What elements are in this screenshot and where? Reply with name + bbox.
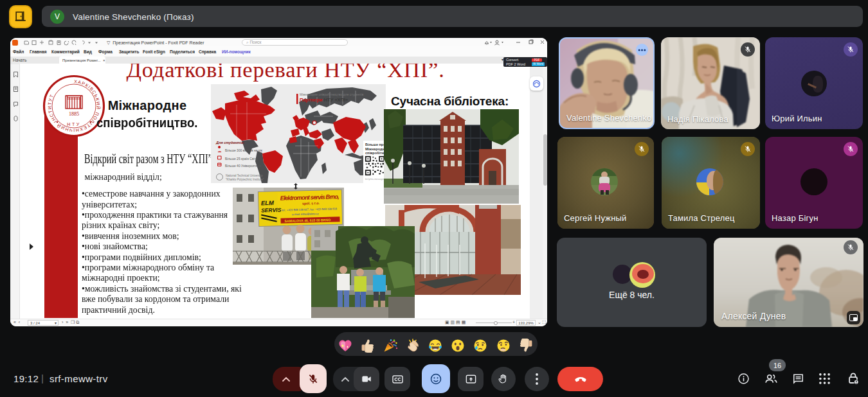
- svg-text:SERVIS: SERVIS: [261, 207, 282, 214]
- svg-text:1885: 1885: [69, 111, 79, 117]
- svg-text:spol. s r.o.: spol. s r.o.: [302, 201, 320, 206]
- svg-text:НТУ: НТУ: [67, 122, 80, 127]
- svg-text:ELM: ELM: [261, 199, 275, 207]
